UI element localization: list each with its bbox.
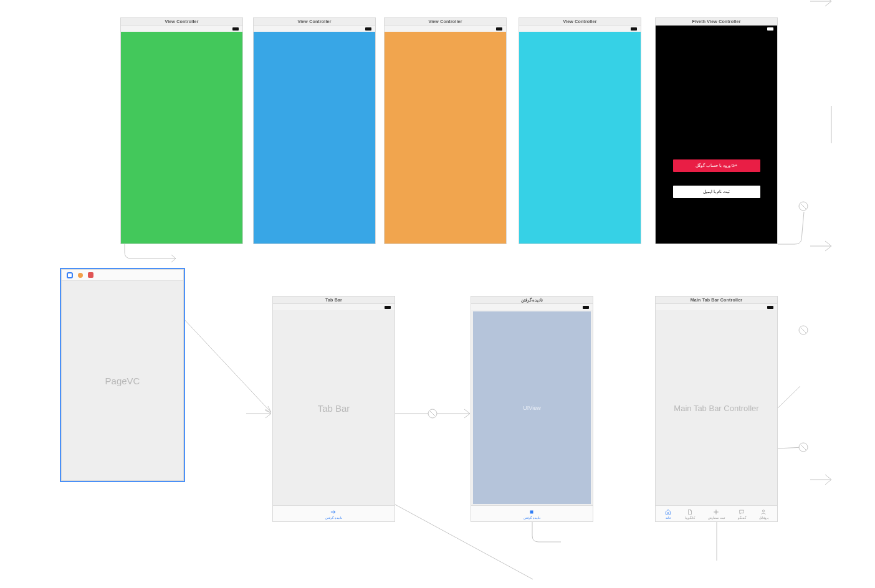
pagevc-placeholder: PageVC	[105, 376, 140, 386]
battery-icon	[365, 27, 371, 31]
person-icon	[760, 509, 767, 515]
tab-label: کاتگوریا	[685, 516, 695, 519]
status-bar	[385, 26, 506, 32]
chat-icon	[738, 509, 745, 515]
arrow-right-icon	[330, 509, 337, 515]
scene-maintabbar[interactable]: Main Tab Bar Controller Main Tab Bar Con…	[655, 296, 778, 522]
status-bar	[471, 304, 593, 310]
tab-label: پروفایل	[759, 516, 768, 519]
status-bar	[121, 26, 242, 32]
scene-dock	[62, 270, 183, 281]
tabbar-placeholder: Tab Bar	[318, 402, 350, 413]
svg-line-1	[430, 411, 435, 416]
scene-title: View Controller	[385, 18, 506, 26]
tab-bar: نادیده گرفتن	[273, 505, 394, 521]
vc3-body	[385, 32, 506, 244]
tab-label: نادیده گرفتن	[325, 516, 342, 519]
tab-label: گفتگو	[738, 516, 746, 519]
scene-title: View Controller	[519, 18, 641, 26]
uiview[interactable]: UIView	[473, 311, 591, 504]
tab-categories[interactable]: کاتگوریا	[685, 509, 695, 519]
scene-vc3[interactable]: View Controller	[384, 17, 507, 244]
battery-icon	[767, 27, 773, 31]
svg-point-2	[799, 326, 808, 334]
maintab-body: Main Tab Bar Controller	[656, 310, 777, 505]
tab-ignore[interactable]: نادیده گرفتن	[325, 509, 342, 519]
svg-line-3	[801, 328, 806, 333]
first-responder-icon[interactable]	[67, 272, 73, 278]
fiveth-body: ورود با حساب گوگل G+ ثبت نام با ایمیل	[656, 32, 777, 244]
svg-line-7	[801, 204, 806, 209]
tab-chat[interactable]: گفتگو	[738, 509, 746, 519]
scene-tabbar[interactable]: Tab Bar Tab Bar نادیده گرفتن	[272, 296, 395, 522]
scene-title: نادیده گرفتن	[471, 296, 593, 304]
svg-point-0	[428, 409, 437, 418]
battery-icon	[583, 306, 589, 309]
vc2-body	[254, 32, 375, 244]
email-signup-button[interactable]: ثبت نام با ایمیل	[673, 186, 760, 198]
svg-point-6	[799, 202, 808, 211]
exit-icon[interactable]	[78, 273, 83, 278]
svg-point-4	[799, 443, 808, 452]
status-bar	[656, 304, 777, 310]
scene-vc4[interactable]: View Controller	[519, 17, 641, 244]
tab-bar: نادیده گرفتن	[471, 505, 593, 521]
status-bar	[656, 26, 777, 32]
tab-label: ثبت سفارش	[708, 516, 724, 519]
scene-pagevc[interactable]: PageVC	[61, 269, 184, 481]
tab-order[interactable]: ثبت سفارش	[708, 509, 724, 519]
tab-ignore[interactable]: نادیده گرفتن	[524, 509, 540, 519]
uiview-label: UIView	[523, 405, 540, 411]
battery-icon	[232, 27, 239, 31]
svg-rect-9	[530, 510, 533, 513]
battery-icon	[385, 306, 391, 309]
tab-bar: خانه کاتگوریا ثبت سفارش گفتگو	[656, 505, 777, 521]
tab-home[interactable]: خانه	[664, 509, 672, 519]
status-bar	[519, 26, 641, 32]
scene-title: View Controller	[121, 18, 242, 26]
status-bar	[273, 304, 394, 310]
home-icon	[664, 509, 672, 515]
scene-title: Fiveth View Controller	[656, 18, 777, 26]
scene-title: Tab Bar	[273, 296, 394, 304]
scene-vc2[interactable]: View Controller	[253, 17, 376, 244]
tab-profile[interactable]: پروفایل	[759, 509, 768, 519]
svg-line-5	[801, 445, 806, 450]
scene-ignored[interactable]: نادیده گرفتن UIView نادیده گرفتن	[471, 296, 593, 522]
battery-icon	[631, 27, 637, 31]
scene-fiveth[interactable]: Fiveth View Controller ورود با حساب گوگل…	[655, 17, 778, 244]
maintab-placeholder: Main Tab Bar Controller	[674, 403, 758, 412]
doc-icon	[686, 509, 694, 515]
storyboard-ref-icon[interactable]	[88, 272, 93, 278]
scene-vc1[interactable]: View Controller	[120, 17, 243, 244]
scene-title: Main Tab Bar Controller	[656, 296, 777, 304]
svg-point-10	[762, 510, 764, 511]
google-signin-button[interactable]: ورود با حساب گوگل G+	[673, 159, 760, 172]
ignored-body: UIView	[471, 310, 593, 505]
tab-label: خانه	[666, 516, 671, 519]
pagevc-body: PageVC	[62, 281, 183, 480]
battery-icon	[767, 306, 773, 309]
scene-title: View Controller	[254, 18, 375, 26]
vc4-body	[519, 32, 641, 244]
status-bar	[254, 26, 375, 32]
tab-label: نادیده گرفتن	[524, 516, 540, 519]
plus-icon	[712, 509, 720, 515]
square-icon	[528, 509, 535, 515]
tabbar-body: Tab Bar	[273, 310, 394, 505]
battery-icon	[496, 27, 502, 31]
vc1-body	[121, 32, 242, 244]
